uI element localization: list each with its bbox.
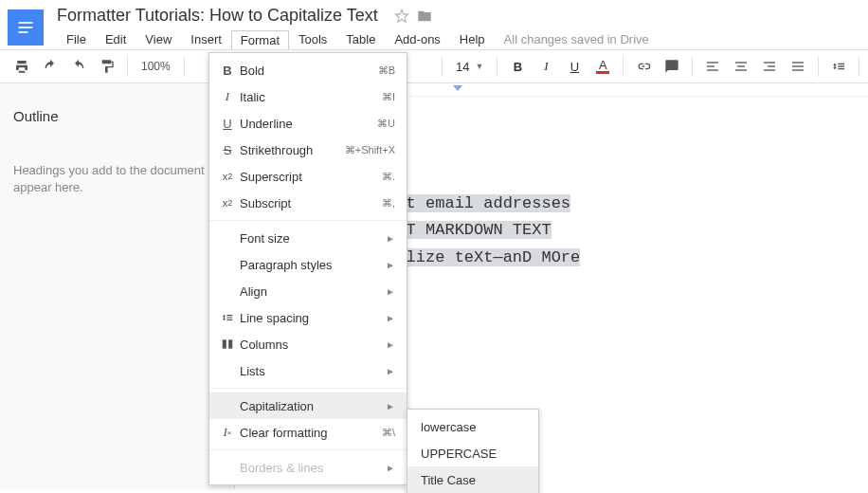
menu-label: Paragraph styles <box>240 258 386 272</box>
svg-rect-7 <box>735 62 747 63</box>
chevron-right-icon: ► <box>386 313 395 323</box>
bold-icon[interactable]: B <box>504 53 531 80</box>
cap-title-case[interactable]: Title Case <box>407 466 538 493</box>
format-font-size[interactable]: Font size ► <box>209 225 407 251</box>
ruler-indent-marker[interactable] <box>453 85 462 91</box>
menubar: File Edit View Insert Format Tools Table… <box>57 29 649 49</box>
chevron-right-icon: ► <box>386 339 395 350</box>
chevron-right-icon: ► <box>386 463 395 473</box>
outline-empty-message: Headings you add to the document appear … <box>13 162 221 195</box>
svg-marker-3 <box>395 9 407 22</box>
svg-rect-8 <box>737 65 745 66</box>
paint-format-icon[interactable] <box>94 53 120 80</box>
cap-lowercase[interactable]: lowercase <box>407 413 538 440</box>
columns-icon <box>215 338 240 351</box>
menu-label: Underline <box>240 117 377 131</box>
align-justify-icon[interactable] <box>785 53 811 80</box>
menu-insert[interactable]: Insert <box>181 29 231 49</box>
line-spacing-icon[interactable] <box>825 53 852 80</box>
link-icon[interactable] <box>630 53 657 80</box>
menu-shortcut: ⌘, <box>382 197 395 210</box>
folder-icon[interactable] <box>416 8 433 25</box>
docs-app-icon[interactable] <box>8 9 44 46</box>
align-center-icon[interactable] <box>728 53 754 80</box>
text-color-icon[interactable]: A <box>589 53 616 80</box>
menu-shortcut: ⌘+Shift+X <box>345 144 395 156</box>
format-clear-formatting[interactable]: I× Clear formatting ⌘\ <box>209 419 407 446</box>
format-lists[interactable]: Lists ► <box>209 357 407 384</box>
format-menu-dropdown: B Bold ⌘B I Italic ⌘I U Underline ⌘U S S… <box>208 52 407 485</box>
chevron-right-icon: ► <box>386 286 395 297</box>
comment-icon[interactable] <box>659 53 685 80</box>
menu-label: Clear formatting <box>240 426 382 440</box>
menu-format[interactable]: Format <box>231 30 289 49</box>
svg-rect-15 <box>792 69 804 70</box>
align-left-icon[interactable] <box>699 53 726 80</box>
font-size-select[interactable]: 14 ▼ <box>448 60 491 74</box>
italic-icon: I <box>215 89 240 104</box>
redo-icon[interactable] <box>65 53 92 80</box>
menu-shortcut: ⌘. <box>382 171 395 183</box>
svg-rect-0 <box>19 22 33 24</box>
svg-rect-9 <box>735 69 747 70</box>
toolbar-right: 14 ▼ B I U A <box>436 49 868 83</box>
outline-title: Outline <box>13 108 221 124</box>
format-line-spacing[interactable]: Line spacing ► <box>209 304 407 331</box>
doc-title[interactable]: Formatter Tutorials: How to Capitalize T… <box>57 6 388 26</box>
format-paragraph-styles[interactable]: Paragraph styles ► <box>209 251 407 278</box>
undo-icon[interactable] <box>37 53 63 80</box>
cap-uppercase[interactable]: UPPERCASE <box>407 440 538 466</box>
format-superscript[interactable]: x2 Superscript ⌘. <box>209 163 407 190</box>
chevron-right-icon: ► <box>386 401 395 411</box>
subscript-icon: x2 <box>215 197 240 209</box>
zoom-select[interactable]: 100% <box>134 60 178 73</box>
menu-help[interactable]: Help <box>450 29 495 49</box>
menu-addons[interactable]: Add-ons <box>385 29 449 49</box>
print-icon[interactable] <box>9 53 35 80</box>
menu-shortcut: ⌘U <box>377 118 395 130</box>
menu-shortcut: ⌘I <box>382 91 395 103</box>
menu-label: Capitalization <box>240 399 386 413</box>
format-bold[interactable]: B Bold ⌘B <box>209 57 407 83</box>
underline-icon[interactable]: U <box>561 53 588 80</box>
clear-format-icon: I× <box>215 425 240 440</box>
menu-edit[interactable]: Edit <box>96 29 136 49</box>
menu-label: Align <box>240 284 386 299</box>
line-spacing-icon <box>215 311 240 324</box>
chevron-right-icon: ► <box>386 233 395 244</box>
svg-rect-1 <box>19 27 33 28</box>
capitalization-submenu: lowercase UPPERCASE Title Case <box>407 409 539 493</box>
svg-rect-4 <box>707 62 718 63</box>
menu-table[interactable]: Table <box>336 29 385 49</box>
format-subscript[interactable]: x2 Subscript ⌘, <box>209 190 407 216</box>
format-align[interactable]: Align ► <box>209 278 407 304</box>
menu-view[interactable]: View <box>136 29 181 49</box>
menu-label: Bold <box>240 64 378 78</box>
format-underline[interactable]: U Underline ⌘U <box>209 110 407 137</box>
svg-rect-10 <box>764 62 775 63</box>
format-columns[interactable]: Columns ► <box>209 331 407 357</box>
menu-label: Columns <box>240 338 386 352</box>
format-strikethrough[interactable]: S Strikethrough ⌘+Shift+X <box>209 137 407 163</box>
format-italic[interactable]: I Italic ⌘I <box>209 83 407 110</box>
svg-rect-14 <box>792 65 804 66</box>
align-right-icon[interactable] <box>756 53 783 80</box>
italic-icon[interactable]: I <box>533 53 559 80</box>
outline-panel: Outline Headings you add to the document… <box>0 83 235 489</box>
strikethrough-icon: S <box>215 143 240 157</box>
menu-shortcut: ⌘B <box>378 64 395 77</box>
menu-file[interactable]: File <box>57 29 96 49</box>
svg-rect-16 <box>223 339 226 348</box>
format-capitalization[interactable]: Capitalization ► <box>209 393 407 419</box>
chevron-down-icon: ▼ <box>475 62 483 71</box>
star-icon[interactable] <box>393 8 410 25</box>
format-borders-lines: Borders & lines ► <box>209 454 407 481</box>
menu-label: Line spacing <box>240 311 386 325</box>
bold-icon: B <box>215 64 240 78</box>
chevron-right-icon: ► <box>386 260 395 270</box>
menu-shortcut: ⌘\ <box>382 427 395 439</box>
svg-rect-5 <box>707 65 714 66</box>
menu-label: Borders & lines <box>240 461 386 475</box>
svg-rect-6 <box>707 69 718 70</box>
menu-tools[interactable]: Tools <box>289 29 336 49</box>
